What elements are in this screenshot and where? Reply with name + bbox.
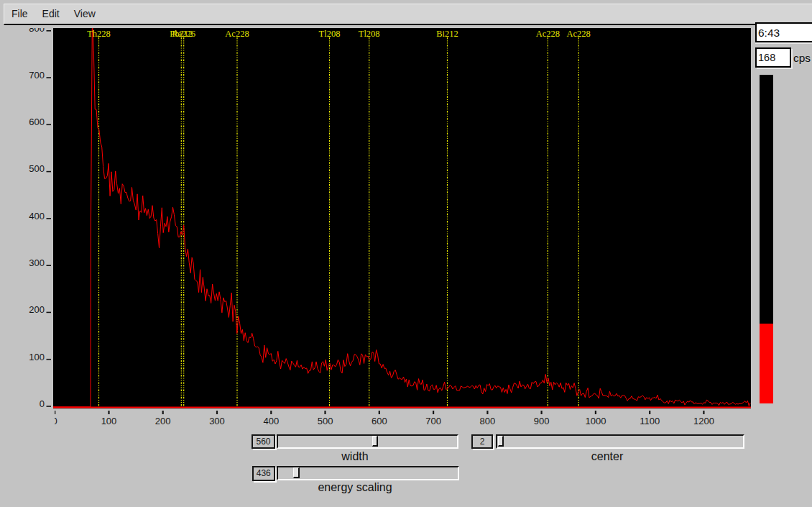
svg-text:400: 400 <box>263 416 279 426</box>
svg-text:Ac228: Ac228 <box>567 29 591 39</box>
svg-text:Th228: Th228 <box>87 29 111 39</box>
svg-text:Ac228: Ac228 <box>536 29 560 39</box>
svg-text:0: 0 <box>55 416 57 426</box>
svg-text:400: 400 <box>29 211 45 221</box>
svg-text:300: 300 <box>29 257 45 268</box>
svg-text:Ra226: Ra226 <box>172 29 195 39</box>
svg-text:500: 500 <box>29 163 45 174</box>
svg-text:1200: 1200 <box>693 416 714 426</box>
svg-text:700: 700 <box>425 416 441 426</box>
svg-text:200: 200 <box>29 304 45 315</box>
svg-text:0: 0 <box>40 398 45 409</box>
svg-text:800: 800 <box>29 28 45 34</box>
svg-text:600: 600 <box>29 117 45 127</box>
svg-text:Bi212: Bi212 <box>436 29 458 39</box>
svg-text:Tl208: Tl208 <box>319 29 341 39</box>
svg-text:Tl208: Tl208 <box>359 29 380 39</box>
svg-text:900: 900 <box>533 416 549 426</box>
svg-text:600: 600 <box>371 416 387 426</box>
svg-text:1100: 1100 <box>640 416 660 426</box>
svg-text:800: 800 <box>479 416 495 426</box>
svg-text:Ac228: Ac228 <box>225 29 249 39</box>
svg-text:500: 500 <box>317 416 333 426</box>
svg-text:1000: 1000 <box>585 416 606 426</box>
svg-text:100: 100 <box>101 416 116 426</box>
svg-text:300: 300 <box>209 416 225 426</box>
svg-text:100: 100 <box>29 352 45 362</box>
svg-text:700: 700 <box>29 70 45 81</box>
svg-text:200: 200 <box>154 416 170 426</box>
